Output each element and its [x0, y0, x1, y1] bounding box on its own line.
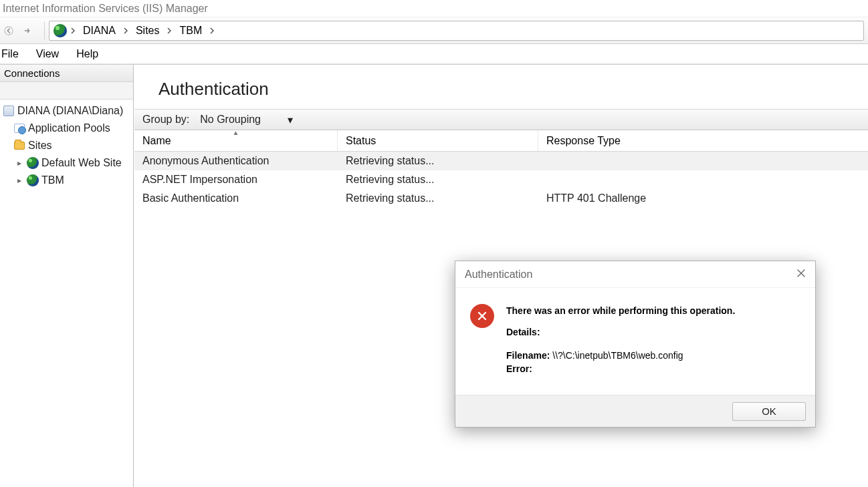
tree-item-sites[interactable]: Sites [1, 137, 132, 154]
group-by-dropdown[interactable]: No Grouping ▾ [196, 112, 297, 128]
connections-panel: Connections DIANA (DIANA\Diana) Applicat… [0, 65, 134, 487]
breadcrumb-item[interactable]: DIANA [79, 25, 120, 37]
tree-site-tbm[interactable]: ▸ TBM [1, 172, 132, 189]
cell-response [538, 170, 868, 189]
tree-label: Default Web Site [41, 157, 122, 169]
tree-label: DIANA (DIANA\Diana) [17, 105, 123, 117]
cell-response [538, 152, 868, 170]
expander-icon[interactable]: ▸ [15, 158, 24, 168]
dialog-filename-value: \\?\C:\inetpub\TBM6\web.config [552, 350, 683, 361]
nav-forward-button[interactable] [20, 23, 35, 38]
nav-separator [44, 22, 45, 39]
menu-help[interactable]: Help [76, 48, 98, 60]
cell-status: Retrieving status... [338, 170, 538, 189]
breadcrumb-item[interactable]: TBM [175, 25, 206, 37]
server-icon [3, 105, 15, 117]
cell-name: Anonymous Authentication [134, 152, 338, 170]
dialog-error-label: Error: [506, 363, 532, 374]
cell-status: Retrieving status... [338, 189, 538, 208]
window-title: Internet Information Services (IIS) Mana… [0, 0, 868, 17]
dialog-close-button[interactable] [796, 269, 806, 281]
globe-icon [27, 157, 39, 169]
connections-header: Connections [0, 65, 133, 82]
navigation-bar: DIANA Sites TBM [0, 17, 868, 44]
dialog-title: Authentication [465, 269, 532, 281]
menu-file[interactable]: File [1, 48, 19, 60]
group-by-bar: Group by: No Grouping ▾ [134, 109, 868, 130]
error-icon [470, 304, 494, 388]
group-by-label: Group by: [142, 114, 189, 126]
nav-back-button[interactable] [1, 23, 16, 38]
menu-bar: File View Help [0, 44, 868, 64]
sort-indicator-icon: ▲ [233, 129, 239, 136]
error-dialog: Authentication There was an error while … [455, 261, 816, 428]
cell-name: ASP.NET Impersonation [134, 170, 338, 189]
tree-label: Sites [28, 140, 52, 152]
dialog-details-label: Details: [506, 325, 800, 339]
grid-header: Name ▲ Status Response Type [134, 130, 868, 152]
folder-icon [13, 140, 25, 152]
breadcrumb[interactable]: DIANA Sites TBM [49, 21, 864, 41]
column-header-response[interactable]: Response Type [538, 130, 868, 151]
page-title: Authentication [158, 79, 269, 100]
expander-icon[interactable]: ▸ [15, 176, 24, 185]
dialog-heading: There was an error while performing this… [506, 304, 800, 317]
chevron-right-icon [166, 27, 173, 34]
group-by-value: No Grouping [200, 114, 261, 126]
chevron-right-icon [209, 27, 215, 34]
cell-name: Basic Authentication [134, 189, 338, 208]
breadcrumb-root-icon [53, 24, 67, 37]
connections-tree: DIANA (DIANA\Diana) Application Pools Si… [0, 100, 133, 192]
dialog-filename-label: Filename: [506, 350, 550, 361]
grid-row[interactable]: ASP.NET Impersonation Retrieving status.… [134, 170, 868, 189]
globe-icon [27, 174, 39, 186]
chevron-down-icon: ▾ [288, 114, 293, 126]
connections-toolbar [0, 82, 133, 100]
menu-view[interactable]: View [36, 48, 59, 60]
cell-status: Retrieving status... [338, 152, 538, 170]
chevron-right-icon [122, 27, 129, 34]
grid-row[interactable]: Basic Authentication Retrieving status..… [134, 189, 868, 208]
tree-label: Application Pools [28, 122, 110, 134]
tree-label: TBM [41, 174, 64, 186]
tree-server-node[interactable]: DIANA (DIANA\Diana) [1, 102, 132, 120]
tree-item-app-pools[interactable]: Application Pools [1, 120, 132, 137]
svg-point-0 [5, 26, 13, 34]
app-pools-icon [13, 122, 25, 134]
tree-site-default[interactable]: ▸ Default Web Site [1, 154, 132, 172]
cell-response: HTTP 401 Challenge [538, 189, 868, 208]
ok-button[interactable]: OK [732, 402, 806, 421]
breadcrumb-item[interactable]: Sites [132, 25, 164, 37]
grid-body: Anonymous Authentication Retrieving stat… [134, 152, 868, 208]
chevron-right-icon [70, 27, 76, 34]
column-header-name[interactable]: Name ▲ [134, 130, 338, 151]
grid-row[interactable]: Anonymous Authentication Retrieving stat… [134, 152, 868, 170]
dialog-text: There was an error while performing this… [506, 304, 800, 388]
column-header-status[interactable]: Status [338, 130, 538, 151]
